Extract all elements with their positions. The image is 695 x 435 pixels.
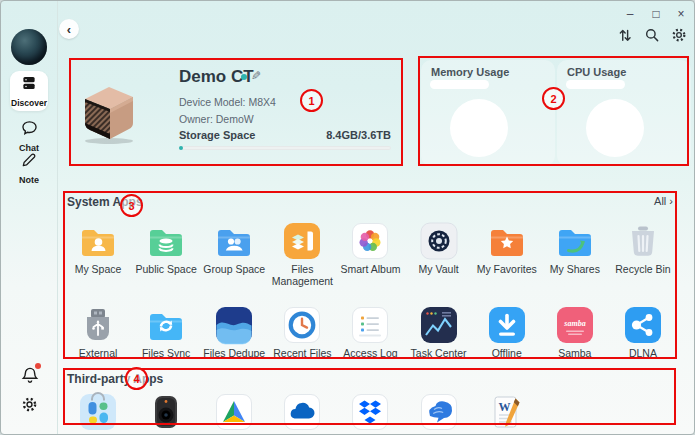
annotation-number-3: 3 [120, 194, 143, 217]
sidebar: Discover Chat Note [1, 1, 58, 435]
notifications-bell-icon[interactable] [20, 365, 40, 385]
annotation-number-2: 2 [542, 87, 565, 110]
sidebar-item-discover[interactable]: Discover [10, 71, 48, 111]
annotation-number-1: 1 [300, 89, 323, 112]
sidebar-settings-icon[interactable] [20, 395, 39, 414]
sidebar-item-note[interactable]: Note [1, 151, 57, 185]
sidebar-item-chat[interactable]: Chat [1, 118, 57, 153]
sidebar-item-label: Discover [11, 98, 47, 108]
annotation-box-1 [69, 58, 403, 166]
annotation-box-3 [63, 191, 677, 359]
minimize-button[interactable]: – [622, 7, 638, 21]
app-window: ‹ – □ × Discover Ch [0, 0, 695, 435]
annotation-box-2 [418, 56, 689, 166]
sidebar-item-label: Note [19, 175, 39, 185]
avatar[interactable] [11, 29, 47, 65]
close-button[interactable]: × [673, 7, 689, 21]
pencil-note-icon [20, 151, 38, 173]
maximize-button[interactable]: □ [648, 7, 664, 21]
discover-stack-icon [20, 74, 38, 96]
sort-transfer-icon[interactable] [616, 26, 634, 44]
search-icon[interactable] [643, 26, 661, 44]
chat-bubble-icon [20, 118, 39, 141]
annotation-number-4: 4 [125, 367, 148, 390]
annotation-box-4 [63, 368, 676, 425]
notification-dot [35, 363, 41, 369]
settings-gear-icon[interactable] [670, 26, 688, 44]
back-button[interactable]: ‹ [59, 19, 79, 39]
